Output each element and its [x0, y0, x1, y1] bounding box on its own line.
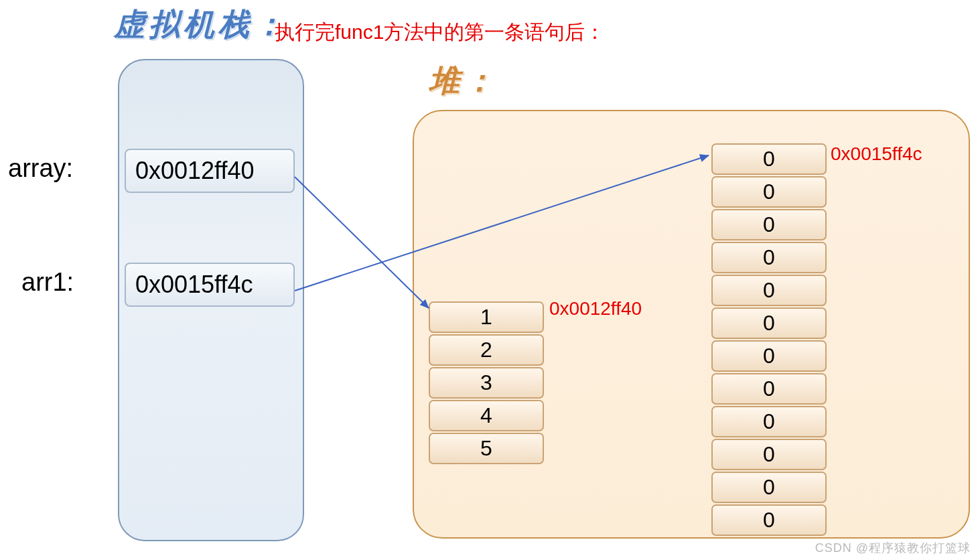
stack-title: 虚拟机栈：: [114, 4, 288, 46]
arrow-array-to-heap-small: [295, 177, 429, 308]
heap-large-cell: 0: [711, 373, 827, 405]
heap-large-cell: 0: [711, 242, 827, 273]
heap-large-cell: 0: [711, 504, 827, 536]
stack-label-array: array:: [8, 154, 73, 183]
heap-small-cell: 3: [429, 367, 544, 399]
heap-large-cell: 0: [711, 472, 827, 503]
stack-label-arr1: arr1:: [21, 268, 74, 297]
stack-cell-arr1: 0x0015ff4c: [125, 263, 295, 307]
heap-large-cell: 0: [711, 176, 827, 208]
heap-small-cell: 2: [429, 334, 544, 366]
heap-small-array: 1 2 3 4 5: [429, 301, 544, 466]
heap-title: 堆：: [429, 60, 498, 102]
heap-small-cell: 1: [429, 301, 544, 333]
caption-text: 执行完func1方法中的第一条语句后：: [275, 19, 605, 46]
stack-cell-array: 0x0012ff40: [125, 149, 295, 193]
heap-large-cell: 0: [711, 439, 827, 470]
heap-large-cell: 0: [711, 143, 827, 175]
heap-large-cell: 0: [711, 307, 827, 339]
watermark: CSDN @程序猿教你打篮球: [815, 540, 971, 556]
heap-large-cell: 0: [711, 209, 827, 240]
heap-large-cell: 0: [711, 275, 827, 306]
heap-small-cell: 5: [429, 433, 544, 464]
heap-small-cell: 4: [429, 400, 544, 431]
heap-large-address: 0x0015ff4c: [831, 143, 922, 165]
heap-small-address: 0x0012ff40: [549, 298, 642, 320]
heap-large-cell: 0: [711, 406, 827, 437]
heap-large-array: 0 0 0 0 0 0 0 0 0 0 0 0: [711, 143, 827, 537]
heap-large-cell: 0: [711, 340, 827, 372]
